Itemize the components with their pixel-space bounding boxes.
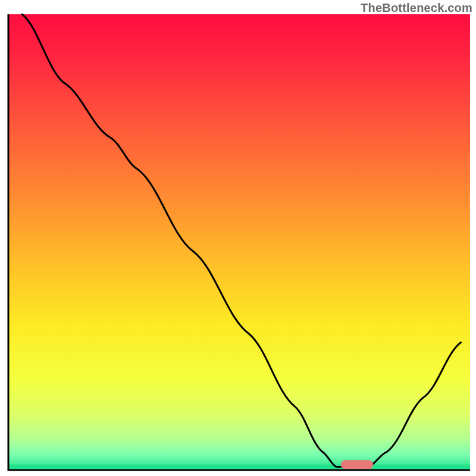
optimal-range-marker: [341, 460, 373, 469]
watermark-text: TheBottleneck.com: [361, 1, 472, 15]
plot-background: [8, 14, 470, 470]
bottleneck-chart: [0, 0, 476, 476]
